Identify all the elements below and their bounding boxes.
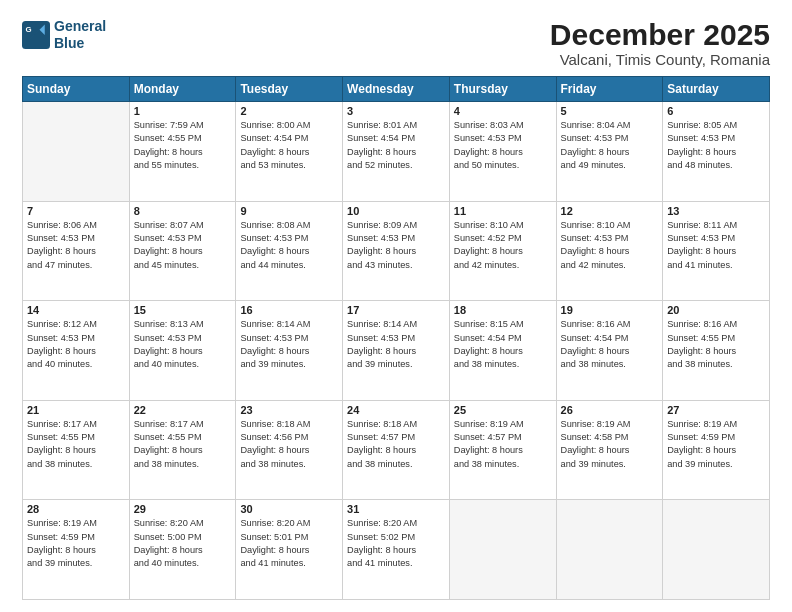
- column-header-sunday: Sunday: [23, 77, 130, 102]
- day-info: Sunrise: 8:18 AM Sunset: 4:57 PM Dayligh…: [347, 418, 445, 471]
- column-header-wednesday: Wednesday: [343, 77, 450, 102]
- day-number: 10: [347, 205, 445, 217]
- day-info: Sunrise: 8:20 AM Sunset: 5:01 PM Dayligh…: [240, 517, 338, 570]
- day-info: Sunrise: 8:17 AM Sunset: 4:55 PM Dayligh…: [134, 418, 232, 471]
- day-number: 6: [667, 105, 765, 117]
- day-cell: 3Sunrise: 8:01 AM Sunset: 4:54 PM Daylig…: [343, 102, 450, 202]
- day-cell: 4Sunrise: 8:03 AM Sunset: 4:53 PM Daylig…: [449, 102, 556, 202]
- day-info: Sunrise: 8:00 AM Sunset: 4:54 PM Dayligh…: [240, 119, 338, 172]
- day-number: 19: [561, 304, 659, 316]
- day-number: 3: [347, 105, 445, 117]
- day-number: 7: [27, 205, 125, 217]
- logo-text: General Blue: [54, 18, 106, 52]
- day-cell: 16Sunrise: 8:14 AM Sunset: 4:53 PM Dayli…: [236, 301, 343, 401]
- day-info: Sunrise: 8:10 AM Sunset: 4:52 PM Dayligh…: [454, 219, 552, 272]
- day-number: 1: [134, 105, 232, 117]
- day-cell: 5Sunrise: 8:04 AM Sunset: 4:53 PM Daylig…: [556, 102, 663, 202]
- calendar-title: December 2025: [550, 18, 770, 51]
- day-cell: 2Sunrise: 8:00 AM Sunset: 4:54 PM Daylig…: [236, 102, 343, 202]
- day-cell: 19Sunrise: 8:16 AM Sunset: 4:54 PM Dayli…: [556, 301, 663, 401]
- day-info: Sunrise: 8:01 AM Sunset: 4:54 PM Dayligh…: [347, 119, 445, 172]
- day-number: 26: [561, 404, 659, 416]
- day-number: 18: [454, 304, 552, 316]
- day-number: 9: [240, 205, 338, 217]
- day-info: Sunrise: 8:14 AM Sunset: 4:53 PM Dayligh…: [240, 318, 338, 371]
- day-number: 4: [454, 105, 552, 117]
- day-number: 15: [134, 304, 232, 316]
- week-row-2: 7Sunrise: 8:06 AM Sunset: 4:53 PM Daylig…: [23, 201, 770, 301]
- logo-line1: General: [54, 18, 106, 35]
- day-number: 30: [240, 503, 338, 515]
- day-info: Sunrise: 8:19 AM Sunset: 4:59 PM Dayligh…: [667, 418, 765, 471]
- day-cell: 22Sunrise: 8:17 AM Sunset: 4:55 PM Dayli…: [129, 400, 236, 500]
- day-number: 8: [134, 205, 232, 217]
- week-row-4: 21Sunrise: 8:17 AM Sunset: 4:55 PM Dayli…: [23, 400, 770, 500]
- week-row-5: 28Sunrise: 8:19 AM Sunset: 4:59 PM Dayli…: [23, 500, 770, 600]
- day-info: Sunrise: 8:04 AM Sunset: 4:53 PM Dayligh…: [561, 119, 659, 172]
- day-info: Sunrise: 8:19 AM Sunset: 4:58 PM Dayligh…: [561, 418, 659, 471]
- day-cell: [556, 500, 663, 600]
- day-cell: 18Sunrise: 8:15 AM Sunset: 4:54 PM Dayli…: [449, 301, 556, 401]
- day-cell: 24Sunrise: 8:18 AM Sunset: 4:57 PM Dayli…: [343, 400, 450, 500]
- day-cell: 31Sunrise: 8:20 AM Sunset: 5:02 PM Dayli…: [343, 500, 450, 600]
- day-cell: 27Sunrise: 8:19 AM Sunset: 4:59 PM Dayli…: [663, 400, 770, 500]
- day-cell: 26Sunrise: 8:19 AM Sunset: 4:58 PM Dayli…: [556, 400, 663, 500]
- day-info: Sunrise: 8:06 AM Sunset: 4:53 PM Dayligh…: [27, 219, 125, 272]
- calendar-subtitle: Valcani, Timis County, Romania: [550, 51, 770, 68]
- column-header-tuesday: Tuesday: [236, 77, 343, 102]
- day-cell: [663, 500, 770, 600]
- day-info: Sunrise: 8:13 AM Sunset: 4:53 PM Dayligh…: [134, 318, 232, 371]
- day-info: Sunrise: 8:10 AM Sunset: 4:53 PM Dayligh…: [561, 219, 659, 272]
- day-cell: 9Sunrise: 8:08 AM Sunset: 4:53 PM Daylig…: [236, 201, 343, 301]
- day-number: 28: [27, 503, 125, 515]
- day-number: 27: [667, 404, 765, 416]
- column-header-friday: Friday: [556, 77, 663, 102]
- day-cell: 12Sunrise: 8:10 AM Sunset: 4:53 PM Dayli…: [556, 201, 663, 301]
- day-cell: 11Sunrise: 8:10 AM Sunset: 4:52 PM Dayli…: [449, 201, 556, 301]
- day-cell: [449, 500, 556, 600]
- column-header-thursday: Thursday: [449, 77, 556, 102]
- day-cell: 6Sunrise: 8:05 AM Sunset: 4:53 PM Daylig…: [663, 102, 770, 202]
- day-info: Sunrise: 8:08 AM Sunset: 4:53 PM Dayligh…: [240, 219, 338, 272]
- day-cell: 1Sunrise: 7:59 AM Sunset: 4:55 PM Daylig…: [129, 102, 236, 202]
- title-block: December 2025 Valcani, Timis County, Rom…: [550, 18, 770, 68]
- logo-icon: G: [22, 21, 50, 49]
- day-info: Sunrise: 8:16 AM Sunset: 4:54 PM Dayligh…: [561, 318, 659, 371]
- day-info: Sunrise: 8:20 AM Sunset: 5:02 PM Dayligh…: [347, 517, 445, 570]
- day-number: 17: [347, 304, 445, 316]
- day-info: Sunrise: 8:16 AM Sunset: 4:55 PM Dayligh…: [667, 318, 765, 371]
- day-number: 25: [454, 404, 552, 416]
- week-row-3: 14Sunrise: 8:12 AM Sunset: 4:53 PM Dayli…: [23, 301, 770, 401]
- day-cell: 10Sunrise: 8:09 AM Sunset: 4:53 PM Dayli…: [343, 201, 450, 301]
- day-info: Sunrise: 7:59 AM Sunset: 4:55 PM Dayligh…: [134, 119, 232, 172]
- day-info: Sunrise: 8:09 AM Sunset: 4:53 PM Dayligh…: [347, 219, 445, 272]
- page: G General Blue December 2025 Valcani, Ti…: [0, 0, 792, 612]
- day-cell: 25Sunrise: 8:19 AM Sunset: 4:57 PM Dayli…: [449, 400, 556, 500]
- day-number: 16: [240, 304, 338, 316]
- calendar-table: SundayMondayTuesdayWednesdayThursdayFrid…: [22, 76, 770, 600]
- svg-text:G: G: [26, 25, 32, 34]
- day-number: 5: [561, 105, 659, 117]
- day-number: 31: [347, 503, 445, 515]
- header: G General Blue December 2025 Valcani, Ti…: [22, 18, 770, 68]
- day-info: Sunrise: 8:18 AM Sunset: 4:56 PM Dayligh…: [240, 418, 338, 471]
- day-info: Sunrise: 8:11 AM Sunset: 4:53 PM Dayligh…: [667, 219, 765, 272]
- day-cell: 17Sunrise: 8:14 AM Sunset: 4:53 PM Dayli…: [343, 301, 450, 401]
- day-number: 12: [561, 205, 659, 217]
- calendar-header-row: SundayMondayTuesdayWednesdayThursdayFrid…: [23, 77, 770, 102]
- day-info: Sunrise: 8:07 AM Sunset: 4:53 PM Dayligh…: [134, 219, 232, 272]
- logo: G General Blue: [22, 18, 106, 52]
- day-cell: 13Sunrise: 8:11 AM Sunset: 4:53 PM Dayli…: [663, 201, 770, 301]
- week-row-1: 1Sunrise: 7:59 AM Sunset: 4:55 PM Daylig…: [23, 102, 770, 202]
- day-info: Sunrise: 8:05 AM Sunset: 4:53 PM Dayligh…: [667, 119, 765, 172]
- day-info: Sunrise: 8:14 AM Sunset: 4:53 PM Dayligh…: [347, 318, 445, 371]
- day-info: Sunrise: 8:19 AM Sunset: 4:57 PM Dayligh…: [454, 418, 552, 471]
- day-number: 24: [347, 404, 445, 416]
- day-cell: 28Sunrise: 8:19 AM Sunset: 4:59 PM Dayli…: [23, 500, 130, 600]
- day-info: Sunrise: 8:15 AM Sunset: 4:54 PM Dayligh…: [454, 318, 552, 371]
- day-cell: 14Sunrise: 8:12 AM Sunset: 4:53 PM Dayli…: [23, 301, 130, 401]
- column-header-saturday: Saturday: [663, 77, 770, 102]
- day-cell: [23, 102, 130, 202]
- day-info: Sunrise: 8:03 AM Sunset: 4:53 PM Dayligh…: [454, 119, 552, 172]
- day-cell: 23Sunrise: 8:18 AM Sunset: 4:56 PM Dayli…: [236, 400, 343, 500]
